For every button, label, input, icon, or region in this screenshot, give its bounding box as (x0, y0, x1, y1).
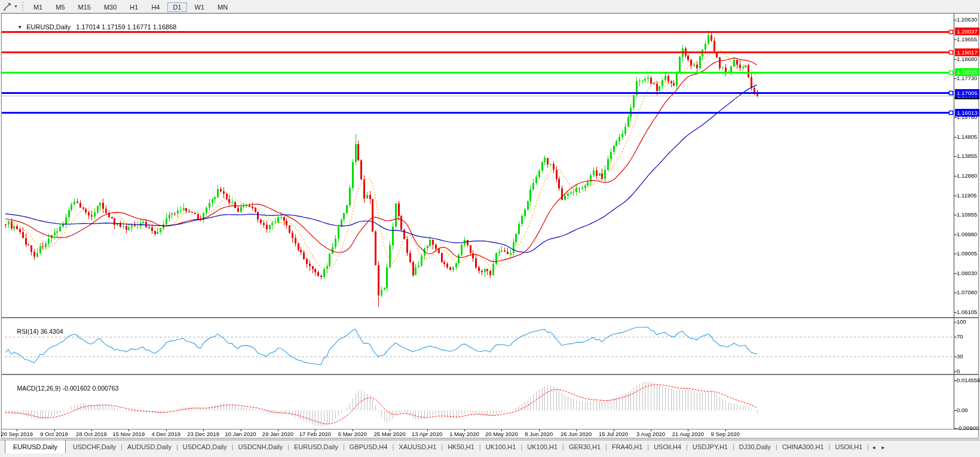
chart-tab-0[interactable]: EURUSD,Daily (5, 440, 66, 453)
chart-tab-7[interactable]: XAUUSD,H1 (394, 440, 441, 450)
chart-tab-8[interactable]: HK50,H1 (443, 440, 479, 450)
chart-tab-14[interactable]: USDJPY,H1 (688, 440, 733, 450)
chart-tab-9[interactable]: UK100,H1 (481, 440, 521, 450)
chart-tab-11[interactable]: GER30,H1 (564, 440, 605, 450)
timeframe-button-m30[interactable]: M30 (99, 2, 122, 12)
draw-tool-button[interactable] (2, 2, 12, 11)
timeframe-button-m1[interactable]: M1 (28, 2, 48, 12)
chart-tab-16[interactable]: CHINA300,H1 (777, 440, 829, 450)
chart-tab-15[interactable]: DJ30,Daily (734, 440, 776, 450)
timeframe-button-d1[interactable]: D1 (167, 2, 186, 12)
chart-tab-17[interactable]: USOil,H1 (830, 440, 867, 450)
chart-tab-1[interactable]: USDCHF,Daily (68, 440, 121, 450)
chart-tab-13[interactable]: USOil,H4 (649, 440, 686, 450)
timeframe-button-m5[interactable]: M5 (50, 2, 70, 12)
chart-tab-12[interactable]: FRA40,H1 (607, 440, 647, 450)
dropdown-caret-icon[interactable]: ▼ (14, 4, 18, 8)
chart-tab-2[interactable]: AUDUSD,Daily (122, 440, 176, 450)
chart-tabs-bar: EURUSD,DailyUSDCHF,Daily|AUDUSD,Daily|US… (0, 440, 980, 457)
mt4-window: ▼ M1M5M15M30H1H4D1W1MN ▼EURUSD,Daily1.17… (0, 0, 980, 457)
chart-tab-10[interactable]: UK100,H1 (522, 440, 562, 450)
timeframe-button-h4[interactable]: H4 (146, 2, 165, 12)
toolbar: ▼ M1M5M15M30H1H4D1W1MN (0, 0, 980, 13)
timeframe-button-m15[interactable]: M15 (73, 2, 96, 12)
price-chart-canvas[interactable] (0, 0, 980, 457)
tabs-scroll-left-button[interactable]: ◄ (869, 440, 878, 450)
timeframe-bar: M1M5M15M30H1H4D1W1MN (27, 1, 234, 12)
toolbar-grip (22, 2, 23, 11)
timeframe-button-h1[interactable]: H1 (124, 2, 143, 12)
chart-tab-3[interactable]: USDCAD,Daily (178, 440, 232, 450)
trendline-icon (2, 2, 12, 11)
chart-tab-4[interactable]: USDCNH,Daily (234, 440, 288, 450)
chart-tab-5[interactable]: EURUSD,Daily (289, 440, 343, 450)
tabs-scroll-right-button[interactable]: ► (878, 440, 888, 450)
timeframe-button-w1[interactable]: W1 (189, 2, 210, 12)
timeframe-button-mn[interactable]: MN (212, 2, 233, 12)
chart-tab-6[interactable]: GBPUSD,H4 (345, 440, 393, 450)
